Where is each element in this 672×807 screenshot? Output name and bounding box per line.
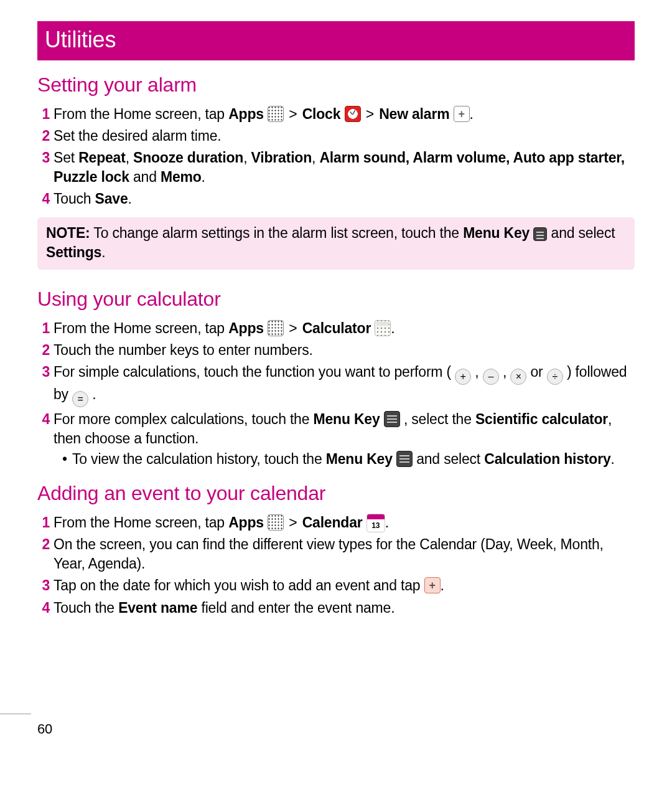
cal-step-3: 3 Tap on the date for which you wish to … (37, 576, 635, 595)
alarm-note-box: NOTE: To change alarm settings in the al… (37, 217, 635, 270)
calc-step-1: 1 From the Home screen, tap Apps > Calcu… (37, 319, 635, 338)
cal-step-2: 2 On the screen, you can find the differ… (37, 535, 635, 573)
apps-icon (268, 320, 284, 336)
calc-step-4-bullet: To view the calculation history, touch t… (54, 450, 635, 469)
cal-step-4: 4 Touch the Event name field and enter t… (37, 598, 635, 618)
page-number: 60 (37, 720, 52, 739)
section-heading-alarm: Setting your alarm (37, 72, 635, 98)
add-event-icon (424, 577, 441, 593)
menu-key-icon (533, 227, 547, 241)
apps-icon (268, 106, 284, 122)
calculator-icon (375, 320, 391, 336)
alarm-step-4: 4 Touch Save. (37, 189, 635, 209)
alarm-step-2: 2 Set the desired alarm time. (37, 126, 635, 146)
multiply-icon: × (510, 369, 526, 385)
menu-key-icon (384, 411, 400, 427)
section-heading-calendar: Adding an event to your calendar (37, 480, 635, 507)
page-title-bar: Utilities (37, 21, 635, 60)
menu-key-icon (396, 451, 413, 467)
section-heading-calculator: Using your calculator (37, 286, 635, 313)
calc-step-4: 4 For more complex calculations, touch t… (37, 410, 635, 469)
calendar-icon (366, 514, 385, 532)
minus-icon: – (483, 369, 499, 385)
equals-icon: = (72, 391, 88, 407)
plus-icon: + (455, 369, 471, 385)
apps-icon (268, 514, 284, 531)
divide-icon: ÷ (547, 369, 563, 385)
page-title: Utilities (45, 27, 116, 52)
alarm-step-1: 1 From the Home screen, tap Apps > Clock… (37, 105, 635, 124)
calc-step-3: 3 For simple calculations, touch the fun… (37, 362, 635, 407)
clock-icon (345, 106, 361, 122)
add-icon (454, 106, 470, 122)
cal-step-1: 1 From the Home screen, tap Apps > Calen… (37, 513, 635, 532)
alarm-step-3: 3 Set Repeat, Snooze duration, Vibration… (37, 148, 635, 187)
calc-step-2: 2 Touch the number keys to enter numbers… (37, 341, 635, 360)
